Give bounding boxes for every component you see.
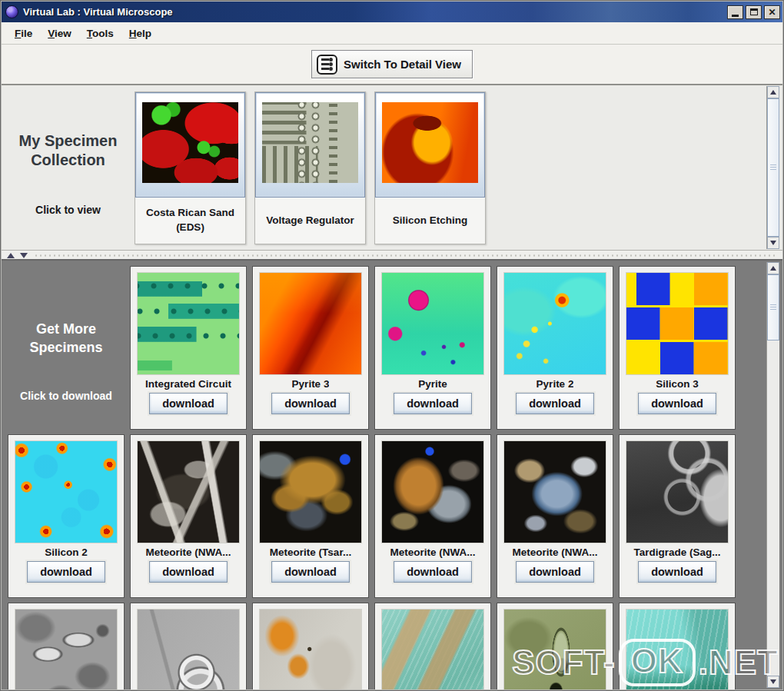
maximize-button[interactable] [746, 5, 762, 19]
watermark-part1: SOFT- [512, 643, 616, 682]
menu-help[interactable]: Help [121, 24, 159, 43]
scrollbar-track[interactable] [767, 341, 779, 676]
download-card: Pyritedownload [374, 266, 491, 430]
menu-bar: FileViewToolsHelp [2, 22, 782, 45]
title-bar: Virtual Lab : Virtual Microscope ✕ [2, 2, 782, 22]
download-card-label: Silicon 2 [45, 546, 88, 558]
download-button[interactable]: download [516, 393, 594, 414]
download-button[interactable]: download [638, 393, 716, 414]
scrollbar-thumb[interactable] [767, 98, 779, 237]
download-button[interactable]: download [516, 561, 594, 583]
collection-info: My Specimen Collection Click to view [2, 85, 135, 250]
store-hint: Click to download [8, 390, 125, 402]
pyrite2-image [503, 272, 606, 375]
meteorite-tsar-image [259, 440, 362, 543]
download-button[interactable]: download [638, 561, 716, 583]
collection-hint: Click to view [2, 204, 135, 216]
download-card: Meteorite (NWA...download [374, 434, 491, 598]
specimen-label: Voltage Regulator [255, 198, 365, 244]
specimen-card[interactable]: Silicon Etching [374, 91, 486, 244]
watermark-part2: OK [619, 639, 696, 686]
divider-texture [34, 254, 778, 257]
store-title-line1: Get More [8, 320, 125, 338]
maximize-icon [750, 8, 758, 15]
nematode-image [137, 609, 240, 689]
collection-scrollbar[interactable] [766, 86, 779, 249]
bacteria-image [15, 609, 118, 689]
download-button[interactable]: download [271, 393, 350, 414]
collection-title: My Specimen Collection [2, 131, 135, 170]
get-more-specimens-panel: Get More Specimens Click to download Int… [2, 261, 782, 689]
collection-title-line2: Collection [2, 151, 135, 170]
collapse-down-icon[interactable] [20, 253, 28, 258]
integrated-circuit-image [137, 272, 240, 375]
switch-button-label: Switch To Detail View [344, 58, 461, 71]
download-card-label: Pyrite [418, 378, 447, 390]
minimize-icon [732, 15, 739, 17]
teal-tan-image [381, 609, 484, 689]
arrow-down-icon [770, 241, 776, 245]
meteorite-nwa3-image [503, 440, 606, 543]
voltage-regulator-image [262, 102, 358, 183]
scroll-up-button[interactable] [767, 86, 779, 98]
scrollbar-thumb[interactable] [767, 274, 779, 341]
download-button[interactable]: download [149, 393, 228, 414]
download-card: Integrated Circuitdownload [130, 266, 247, 430]
download-button[interactable]: download [394, 561, 472, 583]
pyrite-image [381, 272, 484, 375]
collection-title-line1: My Specimen [2, 131, 135, 151]
menu-file[interactable]: File [7, 24, 40, 43]
download-card-label: Tardigrade (Sag... [633, 546, 720, 558]
silicon2-image [15, 440, 118, 543]
download-card [8, 603, 125, 689]
app-icon [5, 5, 18, 18]
download-button[interactable]: download [27, 561, 105, 583]
download-card: Silicon 3download [619, 266, 736, 430]
download-card: Meteorite (Tsar...download [252, 434, 369, 598]
specimen-label: Silicon Etching [375, 198, 485, 244]
download-button[interactable]: download [271, 561, 350, 583]
silicon3-image [626, 272, 729, 375]
download-card: Pyrite 2download [497, 266, 613, 430]
specimen-card[interactable]: Voltage Regulator [254, 91, 366, 244]
app-window: Virtual Lab : Virtual Microscope ✕ FileV… [0, 0, 784, 691]
download-card-label: Pyrite 3 [292, 378, 330, 390]
specimen-image-button[interactable] [375, 92, 485, 198]
store-scrollbar[interactable] [766, 262, 779, 688]
silicon-etching-image [382, 102, 478, 183]
scroll-up-button[interactable] [767, 262, 779, 274]
download-card: Tardigrade (Sag...download [619, 434, 736, 598]
download-card: Meteorite (NWA...download [497, 434, 613, 598]
close-button[interactable]: ✕ [764, 5, 780, 19]
download-card-label: Meteorite (NWA... [145, 546, 231, 558]
download-button[interactable]: download [149, 561, 228, 583]
specimen-card[interactable]: Costa Rican Sand (EDS) [135, 91, 246, 244]
download-button[interactable]: download [394, 393, 472, 414]
switch-to-detail-view-button[interactable]: Switch To Detail View [311, 50, 473, 78]
collection-cards: Costa Rican Sand (EDS)Voltage RegulatorS… [135, 85, 486, 250]
meteorite-nwa2-image [381, 440, 484, 543]
download-card: Silicon 2download [8, 434, 125, 598]
detail-view-icon [317, 55, 337, 75]
menu-tools[interactable]: Tools [79, 24, 121, 43]
expand-up-icon[interactable] [7, 253, 15, 258]
tardigrade-image [626, 440, 729, 543]
split-pane-divider[interactable] [2, 251, 782, 261]
menu-view[interactable]: View [40, 24, 79, 43]
download-card-label: Pyrite 2 [537, 378, 574, 390]
close-icon: ✕ [768, 8, 776, 17]
specimen-image-button[interactable] [135, 92, 245, 198]
download-card: Meteorite (NWA...download [130, 434, 247, 598]
download-card [374, 603, 491, 689]
minimize-button[interactable] [727, 5, 743, 19]
specimen-label: Costa Rican Sand (EDS) [135, 198, 245, 244]
specimen-image-button[interactable] [255, 92, 365, 198]
scroll-down-button[interactable] [767, 237, 779, 249]
store-title-line2: Specimens [8, 338, 125, 357]
download-card [130, 603, 247, 689]
store-grid: Get More Specimens Click to download Int… [8, 266, 782, 689]
download-card [252, 603, 369, 689]
my-specimen-collection-panel: My Specimen Collection Click to view Cos… [2, 85, 782, 251]
download-card-label: Silicon 3 [656, 378, 699, 390]
meteorite-nwa1-image [137, 440, 240, 543]
